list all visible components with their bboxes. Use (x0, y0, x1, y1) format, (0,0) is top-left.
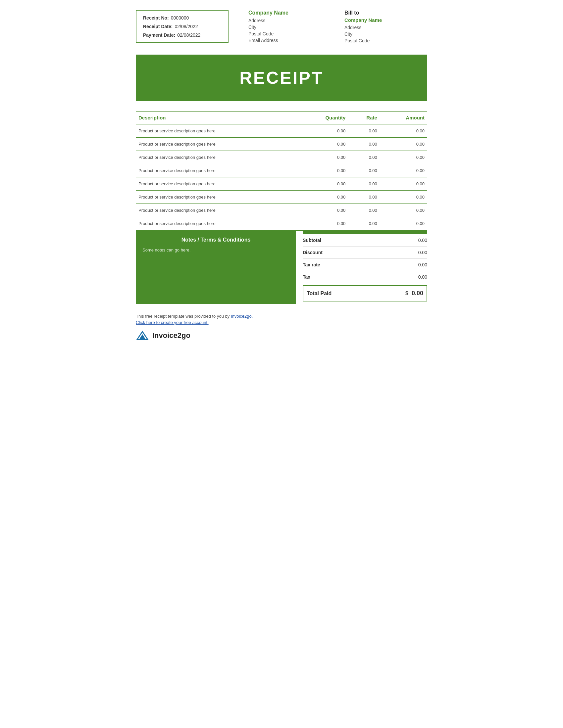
items-table: Description Quantity Rate Amount Product… (136, 111, 427, 230)
row-quantity: 0.00 (298, 164, 348, 177)
bill-to-section: Bill to Company Name Address City Postal… (331, 10, 427, 45)
row-quantity: 0.00 (298, 177, 348, 191)
row-description: Product or service description goes here (136, 191, 298, 204)
row-quantity: 0.00 (298, 151, 348, 164)
notes-content: Some notes can go here. (142, 248, 290, 252)
table-row: Product or service description goes here… (136, 138, 427, 151)
row-description: Product or service description goes here (136, 204, 298, 217)
receipt-no-row: Receipt No: 0000000 (143, 15, 221, 21)
from-address: Address (248, 18, 331, 23)
receipt-info-box: Receipt No: 0000000 Receipt Date: 02/08/… (136, 10, 228, 43)
tax-value: 0.00 (418, 274, 427, 280)
receipt-no-label: Receipt No: (143, 15, 169, 21)
row-quantity: 0.00 (298, 217, 348, 230)
discount-row: Discount 0.00 (303, 247, 427, 259)
from-city: City (248, 24, 331, 30)
table-row: Product or service description goes here… (136, 191, 427, 204)
create-account-link[interactable]: Click here to create your free account. (136, 320, 209, 325)
row-description: Product or service description goes here (136, 164, 298, 177)
payment-date-row: Payment Date: 02/08/2022 (143, 32, 221, 38)
col-quantity: Quantity (298, 111, 348, 124)
row-quantity: 0.00 (298, 191, 348, 204)
receipt-title: RECEIPT (136, 68, 427, 88)
row-amount: 0.00 (380, 177, 427, 191)
footer-cta: Click here to create your free account. (136, 320, 427, 325)
bill-company-name: Company Name (345, 17, 427, 23)
green-bar (303, 231, 427, 234)
table-header-row: Description Quantity Rate Amount (136, 111, 427, 124)
row-rate: 0.00 (348, 177, 380, 191)
row-amount: 0.00 (380, 204, 427, 217)
row-description: Product or service description goes here (136, 217, 298, 230)
subtotal-label: Subtotal (303, 238, 321, 243)
receipt-date-label: Receipt Date: (143, 24, 172, 29)
from-section: Company Name Address City Postal Code Em… (228, 10, 331, 44)
footer-brand: Invoice2go (136, 330, 427, 341)
row-amount: 0.00 (380, 191, 427, 204)
tax-label: Tax (303, 274, 310, 280)
discount-value: 0.00 (418, 250, 427, 255)
summary-box: Subtotal 0.00 Discount 0.00 Tax rate 0.0… (296, 231, 427, 301)
row-amount: 0.00 (380, 164, 427, 177)
subtotal-value: 0.00 (418, 238, 427, 243)
total-currency: $ (405, 291, 408, 296)
tax-rate-label: Tax rate (303, 262, 320, 267)
invoice2go-link[interactable]: Invoice2go. (231, 314, 253, 319)
footer-text: This free receipt template was provided … (136, 314, 427, 319)
receipt-date-row: Receipt Date: 02/08/2022 (143, 24, 221, 29)
row-description: Product or service description goes here (136, 151, 298, 164)
table-row: Product or service description goes here… (136, 151, 427, 164)
bill-to-label: Bill to (345, 10, 427, 16)
row-rate: 0.00 (348, 151, 380, 164)
table-row: Product or service description goes here… (136, 217, 427, 230)
total-value: 0.00 (412, 290, 423, 297)
tax-rate-row: Tax rate 0.00 (303, 259, 427, 271)
row-amount: 0.00 (380, 217, 427, 230)
from-email: Email Address (248, 38, 331, 43)
col-description: Description (136, 111, 298, 124)
row-rate: 0.00 (348, 164, 380, 177)
tax-rate-value: 0.00 (418, 262, 427, 267)
subtotal-row: Subtotal 0.00 (303, 234, 427, 247)
row-rate: 0.00 (348, 204, 380, 217)
notes-title: Notes / Terms & Conditions (142, 237, 290, 243)
total-row: Total Paid $ 0.00 (303, 285, 427, 301)
from-company-name: Company Name (248, 10, 331, 16)
row-amount: 0.00 (380, 138, 427, 151)
row-rate: 0.00 (348, 138, 380, 151)
row-description: Product or service description goes here (136, 177, 298, 191)
row-amount: 0.00 (380, 124, 427, 138)
total-right: $ 0.00 (405, 290, 423, 297)
invoice2go-logo-icon (136, 330, 149, 341)
row-rate: 0.00 (348, 217, 380, 230)
from-postal-code: Postal Code (248, 31, 331, 36)
row-quantity: 0.00 (298, 204, 348, 217)
discount-label: Discount (303, 250, 323, 255)
total-label: Total Paid (307, 291, 332, 296)
receipt-no-value: 0000000 (171, 15, 189, 21)
row-rate: 0.00 (348, 191, 380, 204)
col-amount: Amount (380, 111, 427, 124)
bill-address: Address (345, 25, 427, 30)
payment-date-value: 02/08/2022 (177, 32, 200, 38)
receipt-banner: RECEIPT (136, 55, 427, 101)
row-description: Product or service description goes here (136, 124, 298, 138)
table-row: Product or service description goes here… (136, 177, 427, 191)
receipt-date-value: 02/08/2022 (174, 24, 198, 29)
tax-row: Tax 0.00 (303, 271, 427, 283)
row-amount: 0.00 (380, 151, 427, 164)
header: Receipt No: 0000000 Receipt Date: 02/08/… (136, 10, 427, 45)
table-row: Product or service description goes here… (136, 204, 427, 217)
row-rate: 0.00 (348, 124, 380, 138)
table-row: Product or service description goes here… (136, 164, 427, 177)
table-row: Product or service description goes here… (136, 124, 427, 138)
row-quantity: 0.00 (298, 138, 348, 151)
footer: This free receipt template was provided … (136, 314, 427, 341)
footer-text-before-link: This free receipt template was provided … (136, 314, 231, 319)
bill-postal-code: Postal Code (345, 38, 427, 43)
payment-date-label: Payment Date: (143, 32, 175, 38)
notes-box: Notes / Terms & Conditions Some notes ca… (136, 231, 296, 304)
bottom-section: Notes / Terms & Conditions Some notes ca… (136, 230, 427, 304)
row-description: Product or service description goes here (136, 138, 298, 151)
bill-city: City (345, 31, 427, 37)
